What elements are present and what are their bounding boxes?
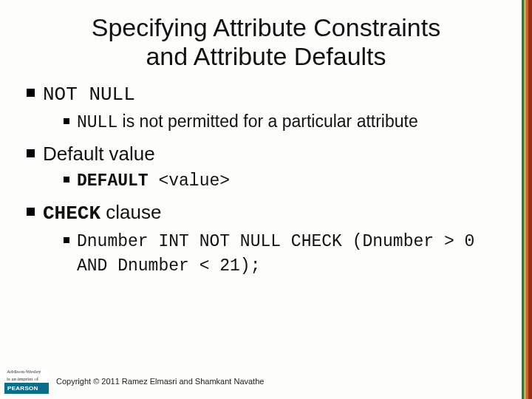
bullet-check-bold: CHECK: [43, 202, 100, 225]
sub-check-code: Dnumber INT NOT NULL CHECK (Dnumber > 0 …: [77, 232, 474, 276]
bullet-check-rest: clause: [100, 201, 161, 223]
sub-check: Dnumber INT NOT NULL CHECK (Dnumber > 0 …: [64, 229, 511, 278]
logo-brand: PEARSON: [4, 383, 49, 394]
bullet-default-label: Default value: [43, 143, 155, 165]
sub-default-code: <value>: [158, 171, 230, 191]
pearson-logo: Addison-Wesley is an imprint of PEARSON: [3, 367, 50, 395]
sub-not-null-text: is not permitted for a particular attrib…: [117, 112, 418, 131]
bullet-not-null-label: NOT NULL: [43, 83, 135, 106]
bullet-not-null: NOT NULL NULL is not permitted for a par…: [27, 81, 511, 134]
logo-imprint-line2: is an imprint of: [4, 376, 49, 383]
title-line-1: Specifying Attribute Constraints: [92, 13, 440, 41]
copyright-text: Copyright © 2011 Ramez Elmasri and Shamk…: [56, 377, 264, 386]
slide-footer: Addison-Wesley is an imprint of PEARSON …: [0, 364, 532, 399]
sub-not-null-code: NULL: [77, 113, 117, 132]
slide-body: Specifying Attribute Constraints and Att…: [0, 0, 532, 399]
sub-default: DEFAULT <value>: [64, 168, 511, 193]
bullet-check-clause: CHECK clause Dnumber INT NOT NULL CHECK …: [27, 200, 511, 278]
sub-default-bold: DEFAULT: [77, 171, 158, 191]
slide-title: Specifying Attribute Constraints and Att…: [21, 13, 511, 71]
logo-imprint-line1: Addison-Wesley: [4, 369, 49, 376]
sub-not-null: NULL is not permitted for a particular a…: [64, 110, 511, 134]
bullet-list: NOT NULL NULL is not permitted for a par…: [21, 81, 511, 278]
bullet-default-value: Default value DEFAULT <value>: [27, 142, 511, 194]
title-line-2: and Attribute Defaults: [146, 42, 386, 70]
